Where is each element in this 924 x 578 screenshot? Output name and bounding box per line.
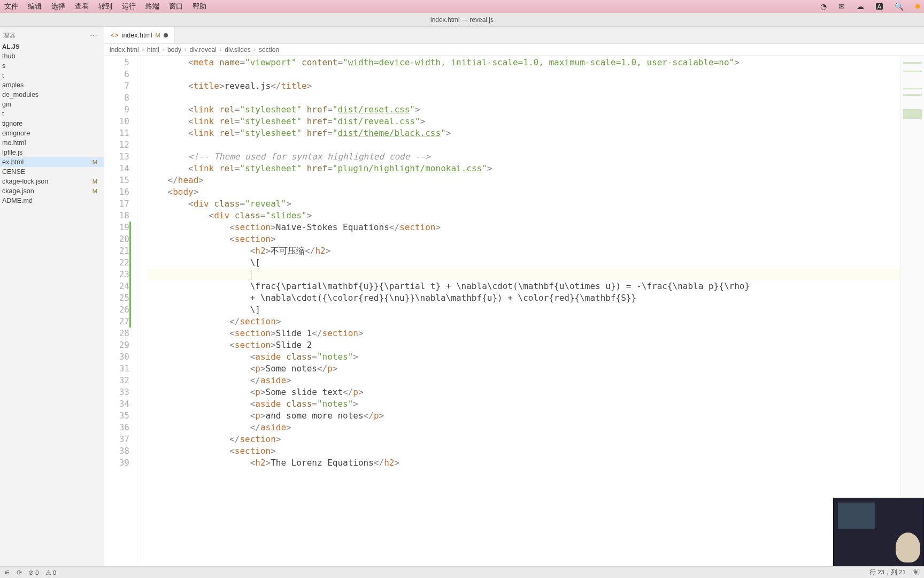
code-line[interactable]: <!-- Theme used for syntax highlighted c…	[147, 151, 924, 163]
code-line[interactable]: <aside class="notes">	[147, 351, 924, 363]
code-line[interactable]: <div class="slides">	[147, 210, 924, 222]
code-line[interactable]: <p>and some more notes</p>	[147, 410, 924, 422]
file-tree-item[interactable]: mo.html	[0, 138, 104, 148]
code-line[interactable]: \[	[147, 257, 924, 269]
code-line[interactable]: <link rel="stylesheet" href="dist/reset.…	[147, 104, 924, 116]
tab-modified-badge: M	[156, 32, 160, 39]
code-line[interactable]: <h2>不可压缩</h2>	[147, 245, 924, 257]
code-line[interactable]: <section>	[147, 445, 924, 457]
menu-item[interactable]: 运行	[122, 2, 136, 11]
code-line[interactable]: </head>	[147, 174, 924, 186]
error-count[interactable]: ⊘ 0	[28, 569, 39, 576]
menu-item[interactable]: 窗口	[169, 2, 183, 11]
menu-item[interactable]: 帮助	[192, 2, 206, 11]
indentation[interactable]: 制	[913, 568, 920, 576]
menu-item[interactable]: 转到	[98, 2, 112, 11]
file-label: ckage.json	[2, 187, 34, 195]
line-number: 15	[104, 174, 129, 186]
code-content[interactable]: <meta name="viewport" content="width=dev…	[137, 56, 924, 566]
code-line[interactable]	[147, 269, 924, 280]
code-line[interactable]: <section>	[147, 233, 924, 245]
breadcrumb: index.html›html›body›div.reveal›div.slid…	[104, 44, 924, 56]
modified-badge: M	[93, 178, 102, 185]
code-editor[interactable]: 5678910111213141516171819202122232425262…	[104, 56, 924, 566]
file-tree-item[interactable]: t	[0, 109, 104, 119]
breadcrumb-segment[interactable]: div.slides	[225, 46, 250, 54]
code-line[interactable]: <meta name="viewport" content="width=dev…	[147, 57, 924, 69]
file-label: gin	[2, 101, 11, 108]
code-line[interactable]: <section>Slide 1</section>	[147, 328, 924, 339]
file-tree-item[interactable]: ckage-lock.jsonM	[0, 177, 104, 186]
file-tree-item[interactable]: ADME.md	[0, 196, 104, 206]
code-line[interactable]: <section>Naive-Stokes Equations</section…	[147, 222, 924, 233]
file-tree-item[interactable]: omignore	[0, 128, 104, 138]
code-line[interactable]: <h2>The Lorenz Equations</h2>	[147, 457, 924, 469]
code-line[interactable]	[147, 92, 924, 104]
input-method-icon[interactable]: A	[876, 3, 883, 10]
code-line[interactable]: <section>Slide 2	[147, 339, 924, 351]
tray-icon[interactable]: ◔	[820, 2, 827, 11]
code-line[interactable]: </aside>	[147, 375, 924, 386]
code-line[interactable]: <body>	[147, 186, 924, 198]
code-line[interactable]: + \nabla\cdot({\color{red}{\nu}}\nabla\m…	[147, 292, 924, 304]
code-line[interactable]: <div class="reveal">	[147, 198, 924, 210]
breadcrumb-segment[interactable]: div.reveal	[189, 46, 216, 54]
file-tree-item[interactable]: ckage.jsonM	[0, 186, 104, 196]
code-line[interactable]: <p>Some notes</p>	[147, 363, 924, 375]
project-name[interactable]: AL.JS	[0, 42, 104, 51]
explorer-more-icon[interactable]: ⋯	[90, 31, 101, 40]
file-tree-item[interactable]: gin	[0, 100, 104, 109]
tab-index-html[interactable]: <> index.html M	[104, 27, 175, 43]
code-line[interactable]	[147, 139, 924, 151]
code-line[interactable]: </aside>	[147, 422, 924, 434]
code-line[interactable]: <link rel="stylesheet" href="dist/reveal…	[147, 116, 924, 127]
remote-icon[interactable]: ⚟	[4, 569, 10, 576]
menu-item[interactable]: 文件	[4, 2, 18, 11]
wechat-icon[interactable]: ✉	[838, 2, 845, 11]
menubar-right: ◔ ✉ ☁ A 🔍	[820, 2, 920, 11]
menu-item[interactable]: 编辑	[28, 2, 42, 11]
code-line[interactable]: <title>reveal.js</title>	[147, 80, 924, 92]
menu-item[interactable]: 选择	[51, 2, 65, 11]
code-line[interactable]: <aside class="notes">	[147, 398, 924, 410]
code-line[interactable]: <link rel="stylesheet" href="plugin/high…	[147, 163, 924, 174]
line-number: 17	[104, 198, 129, 210]
code-line[interactable]: <link rel="stylesheet" href="dist/theme/…	[147, 127, 924, 139]
breadcrumb-segment[interactable]: section	[259, 46, 279, 54]
file-tree-item[interactable]: lpfile.js	[0, 148, 104, 157]
file-label: CENSE	[2, 168, 25, 176]
file-tree-item[interactable]: de_modules	[0, 90, 104, 100]
line-number: 35	[104, 410, 129, 422]
breadcrumb-segment[interactable]: index.html	[110, 46, 139, 54]
file-tree-item[interactable]: s	[0, 61, 104, 71]
file-tree-item[interactable]: amples	[0, 80, 104, 90]
code-line[interactable]	[147, 69, 924, 80]
code-line[interactable]: <p>Some slide text</p>	[147, 386, 924, 398]
menu-item[interactable]: 查看	[75, 2, 89, 11]
line-number: 29	[104, 339, 129, 351]
spotlight-icon[interactable]: 🔍	[895, 2, 904, 11]
file-tree-item[interactable]: tignore	[0, 119, 104, 128]
tray-icon-2[interactable]: ☁	[857, 2, 864, 11]
file-tree-item[interactable]: t	[0, 71, 104, 80]
file-tree-item[interactable]: thub	[0, 51, 104, 61]
menu-item[interactable]: 终端	[145, 2, 159, 11]
file-label: s	[2, 62, 5, 70]
explorer-sidebar: 理器 ⋯ AL.JS thubstamplesde_modulesginttig…	[0, 27, 104, 566]
sync-icon[interactable]: ⟳	[17, 569, 22, 576]
file-label: de_modules	[2, 91, 38, 98]
code-line[interactable]: \frac{\partial\mathbf{u}}{\partial t} + …	[147, 280, 924, 292]
code-line[interactable]: \]	[147, 304, 924, 316]
code-line[interactable]: </section>	[147, 434, 924, 445]
warning-count[interactable]: ⚠ 0	[45, 569, 57, 576]
minimap[interactable]	[900, 56, 924, 566]
code-line[interactable]: </section>	[147, 316, 924, 328]
line-number: 13	[104, 151, 129, 163]
cursor-position[interactable]: 行 23，列 21	[869, 568, 906, 576]
file-tree-item[interactable]: ex.htmlM	[0, 157, 104, 167]
breadcrumb-segment[interactable]: html	[147, 46, 159, 54]
breadcrumb-segment[interactable]: body	[167, 46, 181, 54]
explorer-title: 理器	[3, 32, 16, 40]
line-number: 25	[104, 292, 129, 304]
file-tree-item[interactable]: CENSE	[0, 167, 104, 177]
